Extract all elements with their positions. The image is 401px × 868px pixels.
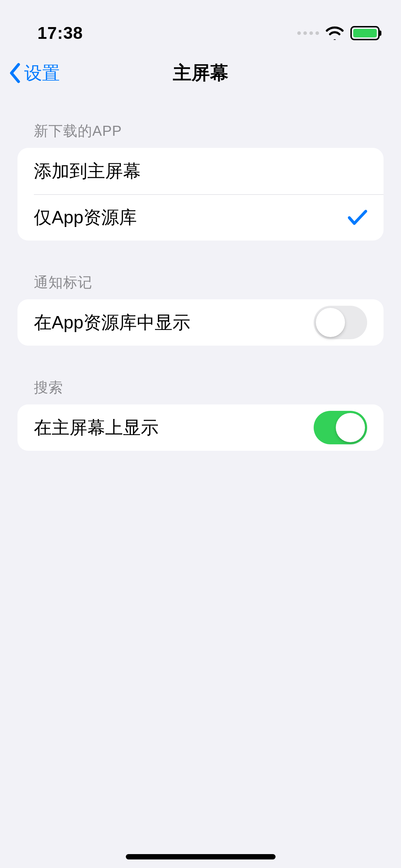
section-newly-downloaded: 新下载的APP 添加到主屏幕 仅App资源库: [17, 121, 384, 241]
back-button-label: 设置: [24, 61, 60, 85]
section-header-notification-badges: 通知标记: [17, 273, 384, 299]
group-notification-badges: 在App资源库中显示: [17, 299, 384, 346]
navigation-bar: 设置 主屏幕: [0, 50, 401, 96]
home-indicator[interactable]: [126, 854, 276, 859]
section-header-search: 搜索: [17, 378, 384, 404]
option-add-to-home-screen[interactable]: 添加到主屏幕: [17, 148, 384, 194]
toggle-show-on-home-screen[interactable]: [314, 411, 367, 444]
checkmark-icon: [348, 209, 367, 226]
row-show-on-home-screen: 在主屏幕上显示: [17, 404, 384, 451]
row-show-in-app-library: 在App资源库中显示: [17, 299, 384, 346]
section-header-newly-downloaded: 新下载的APP: [17, 121, 384, 148]
section-search: 搜索 在主屏幕上显示: [17, 378, 384, 451]
chevron-left-icon: [8, 62, 22, 84]
section-notification-badges: 通知标记 在App资源库中显示: [17, 273, 384, 346]
group-newly-downloaded: 添加到主屏幕 仅App资源库: [17, 148, 384, 241]
row-label: 在主屏幕上显示: [34, 416, 159, 440]
status-indicators: [297, 26, 380, 40]
cellular-signal-icon: [297, 31, 319, 35]
wifi-icon: [325, 26, 344, 40]
option-label: 仅App资源库: [34, 206, 137, 229]
page-title: 主屏幕: [0, 61, 401, 86]
option-app-library-only[interactable]: 仅App资源库: [17, 194, 384, 241]
option-label: 添加到主屏幕: [34, 159, 141, 183]
status-bar: 17:38: [0, 0, 401, 50]
toggle-show-in-app-library[interactable]: [314, 306, 367, 339]
row-label: 在App资源库中显示: [34, 311, 190, 335]
status-time: 17:38: [37, 23, 83, 43]
group-search: 在主屏幕上显示: [17, 404, 384, 451]
battery-icon: [350, 26, 380, 40]
back-button[interactable]: 设置: [8, 61, 60, 85]
